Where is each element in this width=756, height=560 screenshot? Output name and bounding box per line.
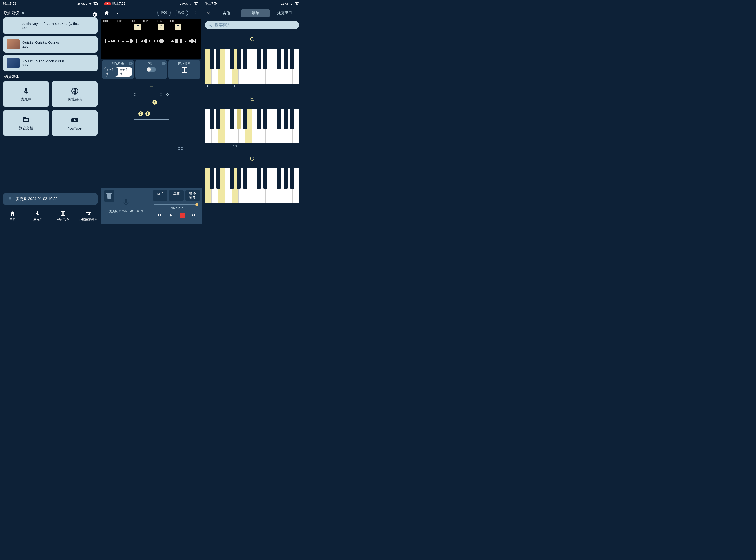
piano-white-key[interactable] [286, 49, 293, 83]
settings-icon[interactable] [92, 12, 98, 18]
seek-slider[interactable] [155, 204, 198, 205]
chord-diagram-area: E 1 2 3 [101, 80, 202, 149]
piano-white-key[interactable] [272, 168, 279, 203]
piano-white-key[interactable] [279, 168, 286, 203]
piano-white-key[interactable] [212, 168, 218, 203]
home-icon [10, 211, 15, 216]
piano-white-key[interactable] [245, 109, 252, 143]
piano-white-key[interactable] [205, 109, 212, 143]
timeline-chord-badge[interactable]: E [175, 24, 181, 30]
note-label: G [232, 84, 238, 88]
piano-white-key[interactable] [225, 109, 232, 143]
info-icon[interactable]: i [129, 62, 133, 65]
chord-library-panel: 晚上7:54 0.1K/s 82 ✕ 吉他 钢琴 尤克里里 搜索和弦 CCEGE… [202, 0, 302, 224]
song-item[interactable]: Alicia Keys - If I Ain't Got You (Offici… [3, 18, 98, 34]
harmony-control: 和声 i [135, 60, 167, 79]
microphone-button[interactable]: 麦克风 [3, 81, 49, 107]
piano-white-key[interactable] [245, 49, 252, 83]
stop-button[interactable] [180, 213, 185, 218]
piano-white-key[interactable] [259, 109, 265, 143]
grid-icon[interactable] [181, 67, 187, 73]
piano-white-key[interactable] [259, 49, 265, 83]
youtube-button[interactable]: YouTube [52, 110, 98, 136]
piano-white-key[interactable] [293, 109, 299, 143]
recent-recording-bar[interactable]: 麦克风 2024-01-03 19:52 [3, 193, 98, 205]
piano-white-key[interactable] [272, 49, 279, 83]
piano-white-key[interactable] [279, 109, 286, 143]
chord-filter-toggle[interactable]: 基本和弦 所有和弦 [104, 67, 132, 77]
top-action-bar: 仪器 歌词 ⋮ [101, 7, 202, 19]
play-icon[interactable] [168, 213, 173, 218]
playlist-add-icon[interactable] [113, 10, 119, 16]
url-button[interactable]: WWW 网址链接 [52, 81, 98, 107]
piano-white-key[interactable] [239, 109, 245, 143]
battery-level: 82 [194, 2, 198, 5]
piano-white-key[interactable] [239, 49, 245, 83]
piano-white-key[interactable] [239, 168, 245, 203]
speed-button[interactable]: 速度 [169, 190, 183, 201]
player-options: 音高 速度 循环播放 [151, 188, 202, 203]
info-icon[interactable]: i [162, 62, 166, 65]
close-icon[interactable]: ✕ [205, 10, 212, 16]
nav-home[interactable]: 主页 [0, 208, 25, 224]
tab-ukulele[interactable]: 尤克里里 [270, 9, 299, 17]
piano-white-key[interactable] [265, 168, 272, 203]
piano-white-key[interactable] [286, 168, 293, 203]
media-source-grid: 麦克风 WWW 网址链接 浏览文档 YouTube [0, 81, 101, 136]
piano-white-key[interactable] [252, 49, 259, 83]
piano-white-key[interactable] [205, 49, 212, 83]
timeline-chord-badge[interactable]: C [158, 24, 164, 30]
instrument-tab[interactable]: 仪器 [157, 10, 171, 16]
tab-piano[interactable]: 钢琴 [241, 9, 270, 17]
song-item[interactable]: Quizás, Quizás, Quizás 2:56 [3, 36, 98, 53]
piano-white-key[interactable] [212, 109, 218, 143]
nav-microphone[interactable]: 麦克风 [25, 208, 51, 224]
piano-white-key[interactable] [293, 49, 299, 83]
waveform-timeline[interactable]: 0:010:020:030:040:050:06 ECE [101, 19, 201, 59]
piano-white-key[interactable] [225, 168, 232, 203]
piano-white-key[interactable] [279, 49, 286, 83]
pitch-button[interactable]: 音高 [153, 190, 167, 201]
open-string-icon [160, 93, 162, 96]
player-source: 麦克风 2024-01-03 19:53 [101, 188, 151, 224]
piano-white-key[interactable] [218, 168, 225, 203]
more-menu-icon[interactable]: ⋮ [192, 11, 198, 15]
piano-white-key[interactable] [252, 168, 259, 203]
piano-white-key[interactable] [272, 109, 279, 143]
trash-icon[interactable] [104, 191, 114, 202]
rewind-icon[interactable] [157, 213, 162, 218]
piano-white-key[interactable] [259, 168, 265, 203]
harmony-toggle[interactable] [146, 67, 156, 72]
timeline-chord-badge[interactable]: E [134, 24, 141, 30]
home-icon[interactable] [104, 10, 110, 16]
piano-white-key[interactable] [232, 49, 239, 83]
lyrics-tab[interactable]: 歌词 [175, 10, 188, 16]
piano-white-key[interactable] [218, 109, 225, 143]
microphone-icon [22, 87, 30, 95]
search-chord-input[interactable]: 搜索和弦 [205, 21, 299, 29]
song-item[interactable]: Fly Me To The Moon (2008 2:27 [3, 55, 98, 71]
piano-white-key[interactable] [212, 49, 218, 83]
piano-white-key[interactable] [265, 49, 272, 83]
piano-white-key[interactable] [232, 109, 239, 143]
svg-rect-3 [61, 212, 65, 215]
svg-text:WWW: WWW [72, 90, 78, 92]
piano-white-key[interactable] [293, 168, 299, 203]
piano-white-key[interactable] [252, 109, 259, 143]
fast-forward-icon[interactable] [191, 213, 196, 218]
piano-white-key[interactable] [218, 49, 225, 83]
close-suggestions-icon[interactable]: ✕ [21, 11, 24, 15]
piano-white-key[interactable] [286, 109, 293, 143]
loop-button[interactable]: 循环播放 [185, 190, 200, 201]
nav-playlist[interactable]: 我的播放列表 [76, 208, 101, 224]
piano-white-key[interactable] [232, 168, 239, 203]
piano-white-key[interactable] [225, 49, 232, 83]
browse-files-button[interactable]: 浏览文档 [3, 110, 49, 136]
playhead[interactable] [185, 19, 185, 59]
piano-white-key[interactable] [265, 109, 272, 143]
chord-variations-icon[interactable] [178, 145, 183, 149]
tab-guitar[interactable]: 吉他 [212, 9, 241, 17]
piano-white-key[interactable] [205, 168, 212, 203]
nav-chord-list[interactable]: 和弦列表 [51, 208, 76, 224]
piano-white-key[interactable] [245, 168, 252, 203]
